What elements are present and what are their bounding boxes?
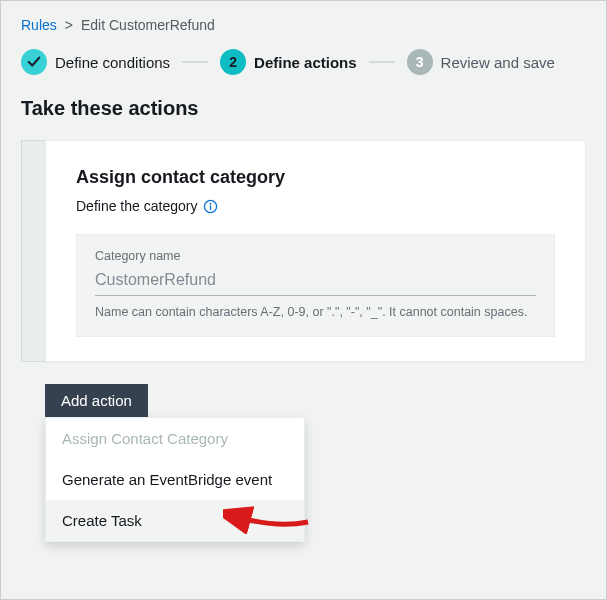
- add-action-dropdown: Add action Assign Contact Category Gener…: [45, 384, 305, 542]
- step-label: Define conditions: [55, 54, 170, 71]
- step-label: Review and save: [441, 54, 555, 71]
- add-action-button[interactable]: Add action: [45, 384, 148, 417]
- breadcrumb: Rules > Edit CustomerRefund: [21, 17, 586, 33]
- dropdown-item-create-task[interactable]: Create Task: [46, 500, 304, 541]
- breadcrumb-separator: >: [65, 17, 73, 33]
- step-connector: [369, 61, 395, 63]
- step-label: Define actions: [254, 54, 357, 71]
- breadcrumb-current: Edit CustomerRefund: [81, 17, 215, 33]
- step-number: 3: [407, 49, 433, 75]
- step-number: 2: [220, 49, 246, 75]
- category-name-input[interactable]: [95, 267, 536, 296]
- category-field-panel: Category name Name can contain character…: [76, 234, 555, 337]
- step-define-actions[interactable]: 2 Define actions: [220, 49, 357, 75]
- svg-rect-2: [210, 205, 211, 210]
- page-title: Take these actions: [21, 97, 586, 120]
- step-review-save[interactable]: 3 Review and save: [407, 49, 555, 75]
- check-icon: [21, 49, 47, 75]
- step-connector: [182, 61, 208, 63]
- svg-point-1: [210, 202, 212, 204]
- card-sub-text: Define the category: [76, 198, 197, 214]
- card-handle: [21, 140, 45, 362]
- wizard-steps: Define conditions 2 Define actions 3 Rev…: [21, 49, 586, 75]
- breadcrumb-root[interactable]: Rules: [21, 17, 57, 33]
- card-title: Assign contact category: [76, 167, 555, 188]
- action-card: Assign contact category Define the categ…: [45, 140, 586, 362]
- field-label: Category name: [95, 249, 536, 263]
- info-icon[interactable]: [203, 199, 218, 214]
- card-subtitle: Define the category: [76, 198, 555, 214]
- step-define-conditions[interactable]: Define conditions: [21, 49, 170, 75]
- dropdown-item-eventbridge[interactable]: Generate an EventBridge event: [46, 459, 304, 500]
- field-hint: Name can contain characters A-Z, 0-9, or…: [95, 304, 536, 322]
- dropdown-item-assign-category: Assign Contact Category: [46, 418, 304, 459]
- dropdown-menu: Assign Contact Category Generate an Even…: [45, 417, 305, 542]
